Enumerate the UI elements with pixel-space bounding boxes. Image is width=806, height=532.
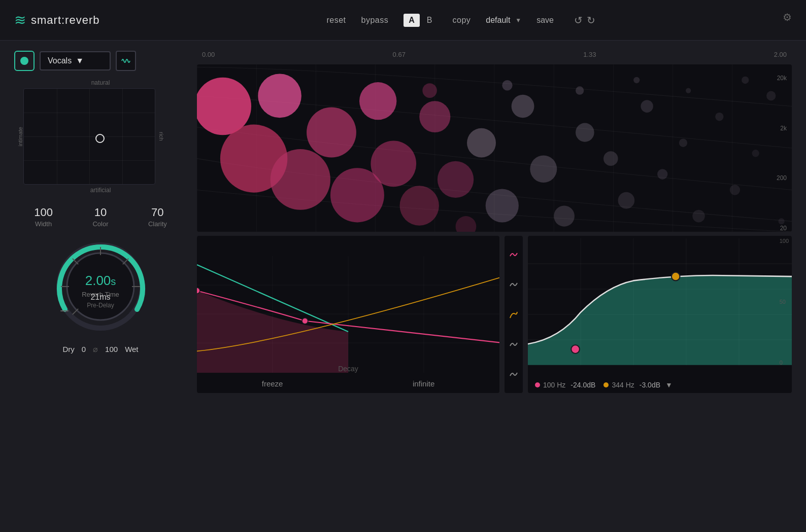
svg-point-26 — [371, 141, 416, 187]
eq-band-2-freq[interactable]: 344 Hz — [612, 381, 634, 389]
eq-curve-svg — [528, 236, 792, 368]
undo-redo-group: ↺ ↻ — [574, 14, 595, 26]
pre-delay-value[interactable]: 21ms — [87, 293, 114, 302]
eq-band-1-gain[interactable]: -24.0dB — [570, 381, 595, 389]
copy-button[interactable]: copy — [452, 16, 471, 25]
settings-icon[interactable]: ⚙ — [783, 11, 792, 23]
band-icon-5[interactable] — [508, 369, 519, 380]
app-container: ≋ smart:reverb reset bypass A B copy def… — [0, 0, 806, 532]
main-content: Vocals ▼ natural intimate — [0, 41, 806, 532]
bypass-button[interactable]: bypass — [361, 16, 389, 25]
svg-point-21 — [258, 74, 301, 118]
svg-point-45 — [766, 91, 776, 101]
dry-value[interactable]: 0 — [82, 345, 86, 353]
svg-point-71 — [571, 345, 580, 353]
reverb-time-unit: s — [111, 276, 116, 287]
svg-point-53 — [742, 77, 749, 84]
dot-inner — [20, 57, 28, 65]
decay-label: Decay — [338, 365, 358, 373]
reset-button[interactable]: reset — [326, 16, 346, 25]
freeze-infinite-row: freeze infinite — [197, 379, 499, 388]
decay-section: Decay freeze infinite — [197, 236, 499, 393]
wave-button[interactable] — [116, 51, 136, 71]
band-icon-4[interactable] — [508, 339, 519, 350]
preset-group: default ▼ — [486, 16, 521, 25]
svg-point-61 — [302, 318, 308, 324]
mood-position-dot[interactable] — [95, 134, 105, 143]
svg-point-46 — [779, 218, 785, 224]
eq-band-2-gain[interactable]: -3.0dB — [640, 381, 660, 389]
band-icon-1[interactable] — [508, 249, 519, 260]
logo-icon: ≋ — [14, 12, 26, 28]
ab-group: A B — [404, 14, 437, 27]
mood-label-left: intimate — [14, 127, 23, 147]
width-value[interactable]: 100 — [34, 206, 53, 219]
freeze-button[interactable]: freeze — [262, 379, 283, 388]
eq-band-2: 344 Hz -3.0dB ▼ — [603, 381, 672, 389]
redo-button[interactable]: ↻ — [587, 14, 595, 26]
wave-icon — [121, 56, 131, 66]
clarity-label: Clarity — [148, 220, 167, 228]
mood-label-bottom: artificial — [14, 187, 187, 194]
svg-point-41 — [692, 210, 704, 223]
infinite-button[interactable]: infinite — [413, 379, 434, 388]
svg-point-31 — [486, 189, 519, 222]
grid-v-2 — [89, 89, 90, 184]
mood-label-top: natural — [14, 79, 187, 86]
ab-a-button[interactable]: A — [404, 14, 420, 27]
mood-grid[interactable] — [23, 88, 155, 185]
color-param: 10 Color — [92, 206, 108, 228]
eq-band-2-dot — [603, 382, 609, 387]
logo-text: smart:reverb — [31, 14, 99, 27]
save-button[interactable]: save — [536, 16, 554, 25]
eq-y-0: 0 — [780, 360, 789, 366]
eq-band-1-freq[interactable]: 100 Hz — [543, 381, 565, 389]
grid-v-1 — [57, 89, 57, 184]
reverb-section: 2.00s Reverb Time 21ms Pre-Delay Dry 0 ⌀… — [14, 236, 187, 354]
indicator-dot — [14, 51, 35, 71]
pre-delay-display: 21ms Pre-Delay — [87, 293, 114, 309]
preset-dropdown-arrow[interactable]: ▼ — [515, 17, 521, 24]
eq-y-50: 50 — [780, 299, 789, 305]
time-axis: 0.00 0.67 1.33 2.00 — [197, 51, 792, 58]
color-label: Color — [92, 220, 108, 228]
svg-point-22 — [271, 149, 330, 210]
instrument-dropdown-arrow: ▼ — [76, 56, 84, 65]
clarity-value[interactable]: 70 — [151, 206, 163, 219]
svg-point-52 — [686, 88, 691, 93]
header: ≋ smart:reverb reset bypass A B copy def… — [0, 0, 806, 41]
band-icon-3[interactable] — [508, 309, 519, 320]
svg-point-70 — [671, 272, 680, 281]
instrument-name: Vocals — [48, 56, 72, 65]
band-icon-2[interactable] — [508, 279, 519, 290]
svg-point-47 — [422, 83, 437, 98]
time-label-0: 0.00 — [202, 51, 215, 58]
svg-point-30 — [467, 128, 496, 158]
ab-b-button[interactable]: B — [422, 14, 438, 27]
svg-point-27 — [399, 186, 439, 225]
wet-value[interactable]: 100 — [105, 345, 118, 353]
svg-point-34 — [554, 205, 575, 226]
svg-point-32 — [512, 95, 534, 118]
undo-button[interactable]: ↺ — [574, 14, 583, 26]
eq-band-1: 100 Hz -24.0dB — [535, 381, 595, 389]
svg-point-25 — [359, 82, 396, 120]
reverb-time-value: 2.00s — [82, 273, 119, 289]
time-label-1: 0.67 — [393, 51, 406, 58]
right-panel: 0.00 0.67 1.33 2.00 20k 2k 200 20 — [197, 51, 792, 522]
svg-point-39 — [657, 169, 667, 180]
svg-point-37 — [618, 192, 635, 209]
width-label: Width — [35, 220, 52, 228]
left-panel: Vocals ▼ natural intimate — [14, 51, 187, 522]
svg-point-35 — [576, 123, 594, 142]
instrument-select[interactable]: Vocals ▼ — [40, 51, 111, 70]
svg-point-60 — [197, 288, 200, 294]
reverb-time-number[interactable]: 2.00 — [85, 273, 111, 288]
bubble-visualization — [197, 64, 792, 232]
bottom-area: Decay freeze infinite — [197, 236, 792, 393]
svg-point-44 — [752, 150, 759, 157]
color-value[interactable]: 10 — [94, 206, 107, 219]
eq-dropdown-arrow[interactable]: ▼ — [665, 381, 673, 389]
svg-point-48 — [456, 216, 477, 232]
time-label-2: 1.33 — [583, 51, 596, 58]
